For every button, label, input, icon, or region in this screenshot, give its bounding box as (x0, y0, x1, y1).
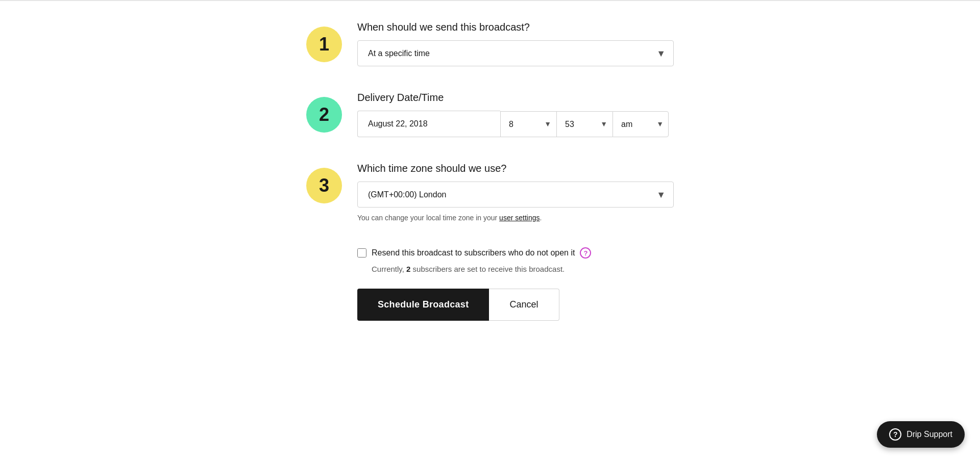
resend-checkbox[interactable] (357, 248, 366, 258)
step-3-content: Which time zone should we use? (GMT+00:0… (357, 163, 674, 222)
timezone-select[interactable]: (GMT+00:00) London (GMT-05:00) Eastern T… (357, 182, 674, 208)
minute-select-wrapper: 00051015 20253035 40455053 55 ▼ (556, 111, 612, 137)
resend-row: Resend this broadcast to subscribers who… (357, 247, 674, 259)
when-send-select[interactable]: At a specific time Immediately Scheduled (357, 40, 674, 66)
timezone-info: You can change your local time zone in y… (357, 214, 674, 222)
step-2-title: Delivery Date/Time (357, 92, 674, 104)
hour-select[interactable]: 1234 5678 9101112 (500, 111, 556, 137)
subscriber-info: Currently, 2 subscribers are set to rece… (372, 265, 674, 273)
step-3-title: Which time zone should we use? (357, 163, 674, 174)
ampm-select[interactable]: am pm (612, 111, 669, 137)
timezone-select-wrapper: (GMT+00:00) London (GMT-05:00) Eastern T… (357, 182, 674, 208)
action-buttons: Schedule Broadcast Cancel (357, 289, 674, 321)
minute-select[interactable]: 00051015 20253035 40455053 55 (556, 111, 612, 137)
step-1-title: When should we send this broadcast? (357, 21, 674, 33)
page-content: 1 When should we send this broadcast? At… (296, 1, 684, 372)
hour-select-wrapper: 1234 5678 9101112 ▼ (500, 111, 556, 137)
step-2-section: 2 Delivery Date/Time 1234 5678 9101112 ▼… (306, 92, 674, 137)
help-icon[interactable]: ? (580, 247, 591, 259)
delivery-datetime-row: 1234 5678 9101112 ▼ 00051015 20253035 40… (357, 111, 674, 137)
cancel-button[interactable]: Cancel (489, 289, 559, 321)
date-input[interactable] (357, 111, 500, 137)
step-3-badge: 3 (306, 168, 342, 203)
schedule-broadcast-button[interactable]: Schedule Broadcast (357, 289, 489, 321)
resend-label: Resend this broadcast to subscribers who… (372, 248, 575, 258)
resend-section: Resend this broadcast to subscribers who… (357, 247, 674, 273)
step-1-section: 1 When should we send this broadcast? At… (306, 21, 674, 66)
user-settings-link[interactable]: user settings (499, 214, 540, 222)
step-1-badge: 1 (306, 27, 342, 62)
when-send-select-wrapper: At a specific time Immediately Scheduled… (357, 40, 674, 66)
step-1-content: When should we send this broadcast? At a… (357, 21, 674, 66)
step-2-badge: 2 (306, 97, 342, 133)
step-3-section: 3 Which time zone should we use? (GMT+00… (306, 163, 674, 222)
drip-support-button[interactable]: ? Drip Support (877, 421, 965, 448)
drip-support-icon: ? (889, 428, 901, 441)
step-2-content: Delivery Date/Time 1234 5678 9101112 ▼ 0… (357, 92, 674, 137)
ampm-select-wrapper: am pm ▼ (612, 111, 669, 137)
drip-support-label: Drip Support (906, 430, 952, 439)
